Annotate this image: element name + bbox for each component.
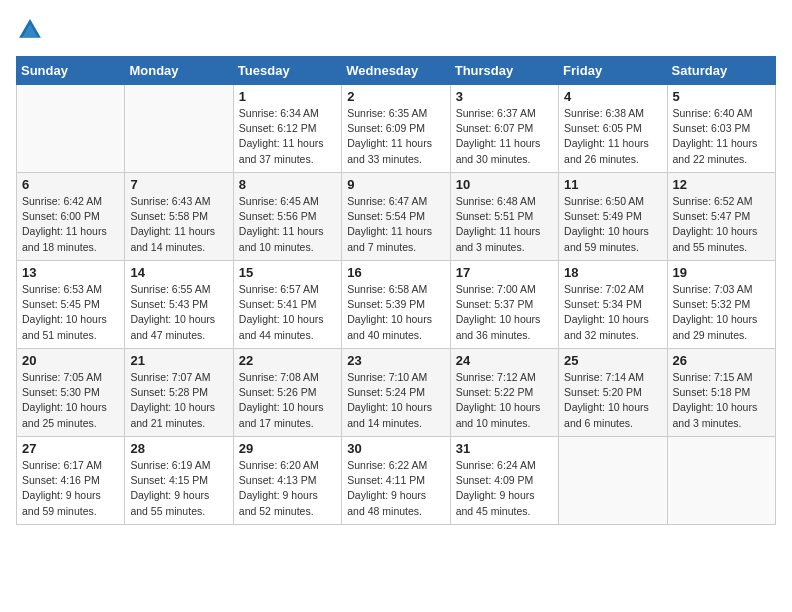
day-number: 26: [673, 353, 770, 368]
day-number: 8: [239, 177, 336, 192]
day-number: 6: [22, 177, 119, 192]
day-content: Sunrise: 6:52 AMSunset: 5:47 PMDaylight:…: [673, 194, 770, 255]
calendar-table: SundayMondayTuesdayWednesdayThursdayFrid…: [16, 56, 776, 525]
day-content: Sunrise: 6:20 AMSunset: 4:13 PMDaylight:…: [239, 458, 336, 519]
calendar-cell: 12Sunrise: 6:52 AMSunset: 5:47 PMDayligh…: [667, 173, 775, 261]
page-header: [16, 16, 776, 44]
day-number: 29: [239, 441, 336, 456]
day-content: Sunrise: 6:50 AMSunset: 5:49 PMDaylight:…: [564, 194, 661, 255]
day-number: 17: [456, 265, 553, 280]
day-number: 7: [130, 177, 227, 192]
day-content: Sunrise: 6:57 AMSunset: 5:41 PMDaylight:…: [239, 282, 336, 343]
day-number: 11: [564, 177, 661, 192]
calendar-cell: 2Sunrise: 6:35 AMSunset: 6:09 PMDaylight…: [342, 85, 450, 173]
day-content: Sunrise: 7:14 AMSunset: 5:20 PMDaylight:…: [564, 370, 661, 431]
day-number: 22: [239, 353, 336, 368]
calendar-cell: 14Sunrise: 6:55 AMSunset: 5:43 PMDayligh…: [125, 261, 233, 349]
calendar-cell: 25Sunrise: 7:14 AMSunset: 5:20 PMDayligh…: [559, 349, 667, 437]
calendar-cell: 31Sunrise: 6:24 AMSunset: 4:09 PMDayligh…: [450, 437, 558, 525]
day-number: 9: [347, 177, 444, 192]
day-number: 5: [673, 89, 770, 104]
day-content: Sunrise: 6:45 AMSunset: 5:56 PMDaylight:…: [239, 194, 336, 255]
calendar-cell: 10Sunrise: 6:48 AMSunset: 5:51 PMDayligh…: [450, 173, 558, 261]
calendar-cell: [559, 437, 667, 525]
calendar-cell: 17Sunrise: 7:00 AMSunset: 5:37 PMDayligh…: [450, 261, 558, 349]
calendar-cell: 29Sunrise: 6:20 AMSunset: 4:13 PMDayligh…: [233, 437, 341, 525]
day-content: Sunrise: 7:03 AMSunset: 5:32 PMDaylight:…: [673, 282, 770, 343]
calendar-cell: 18Sunrise: 7:02 AMSunset: 5:34 PMDayligh…: [559, 261, 667, 349]
calendar-cell: 7Sunrise: 6:43 AMSunset: 5:58 PMDaylight…: [125, 173, 233, 261]
calendar-cell: 21Sunrise: 7:07 AMSunset: 5:28 PMDayligh…: [125, 349, 233, 437]
calendar-cell: 1Sunrise: 6:34 AMSunset: 6:12 PMDaylight…: [233, 85, 341, 173]
day-number: 30: [347, 441, 444, 456]
day-content: Sunrise: 6:37 AMSunset: 6:07 PMDaylight:…: [456, 106, 553, 167]
day-content: Sunrise: 7:00 AMSunset: 5:37 PMDaylight:…: [456, 282, 553, 343]
week-row-5: 27Sunrise: 6:17 AMSunset: 4:16 PMDayligh…: [17, 437, 776, 525]
day-number: 15: [239, 265, 336, 280]
day-content: Sunrise: 6:35 AMSunset: 6:09 PMDaylight:…: [347, 106, 444, 167]
day-content: Sunrise: 6:47 AMSunset: 5:54 PMDaylight:…: [347, 194, 444, 255]
header-day-thursday: Thursday: [450, 57, 558, 85]
day-number: 3: [456, 89, 553, 104]
calendar-cell: [17, 85, 125, 173]
calendar-cell: 28Sunrise: 6:19 AMSunset: 4:15 PMDayligh…: [125, 437, 233, 525]
calendar-cell: 8Sunrise: 6:45 AMSunset: 5:56 PMDaylight…: [233, 173, 341, 261]
header-day-saturday: Saturday: [667, 57, 775, 85]
header-day-wednesday: Wednesday: [342, 57, 450, 85]
day-content: Sunrise: 6:24 AMSunset: 4:09 PMDaylight:…: [456, 458, 553, 519]
logo: [16, 16, 48, 44]
calendar-cell: 27Sunrise: 6:17 AMSunset: 4:16 PMDayligh…: [17, 437, 125, 525]
calendar-cell: 15Sunrise: 6:57 AMSunset: 5:41 PMDayligh…: [233, 261, 341, 349]
day-content: Sunrise: 7:07 AMSunset: 5:28 PMDaylight:…: [130, 370, 227, 431]
week-row-3: 13Sunrise: 6:53 AMSunset: 5:45 PMDayligh…: [17, 261, 776, 349]
calendar-cell: 11Sunrise: 6:50 AMSunset: 5:49 PMDayligh…: [559, 173, 667, 261]
day-content: Sunrise: 7:10 AMSunset: 5:24 PMDaylight:…: [347, 370, 444, 431]
calendar-cell: 6Sunrise: 6:42 AMSunset: 6:00 PMDaylight…: [17, 173, 125, 261]
day-number: 1: [239, 89, 336, 104]
day-number: 25: [564, 353, 661, 368]
header-day-tuesday: Tuesday: [233, 57, 341, 85]
week-row-4: 20Sunrise: 7:05 AMSunset: 5:30 PMDayligh…: [17, 349, 776, 437]
header-day-monday: Monday: [125, 57, 233, 85]
day-content: Sunrise: 6:53 AMSunset: 5:45 PMDaylight:…: [22, 282, 119, 343]
day-content: Sunrise: 7:15 AMSunset: 5:18 PMDaylight:…: [673, 370, 770, 431]
day-content: Sunrise: 6:48 AMSunset: 5:51 PMDaylight:…: [456, 194, 553, 255]
day-number: 12: [673, 177, 770, 192]
day-number: 18: [564, 265, 661, 280]
calendar-cell: 5Sunrise: 6:40 AMSunset: 6:03 PMDaylight…: [667, 85, 775, 173]
calendar-cell: 30Sunrise: 6:22 AMSunset: 4:11 PMDayligh…: [342, 437, 450, 525]
calendar-cell: 13Sunrise: 6:53 AMSunset: 5:45 PMDayligh…: [17, 261, 125, 349]
calendar-cell: 20Sunrise: 7:05 AMSunset: 5:30 PMDayligh…: [17, 349, 125, 437]
calendar-header: SundayMondayTuesdayWednesdayThursdayFrid…: [17, 57, 776, 85]
day-content: Sunrise: 6:42 AMSunset: 6:00 PMDaylight:…: [22, 194, 119, 255]
day-number: 24: [456, 353, 553, 368]
day-content: Sunrise: 6:55 AMSunset: 5:43 PMDaylight:…: [130, 282, 227, 343]
calendar-cell: 23Sunrise: 7:10 AMSunset: 5:24 PMDayligh…: [342, 349, 450, 437]
day-number: 4: [564, 89, 661, 104]
calendar-cell: 24Sunrise: 7:12 AMSunset: 5:22 PMDayligh…: [450, 349, 558, 437]
calendar-cell: [667, 437, 775, 525]
day-number: 27: [22, 441, 119, 456]
calendar-cell: 26Sunrise: 7:15 AMSunset: 5:18 PMDayligh…: [667, 349, 775, 437]
day-content: Sunrise: 7:02 AMSunset: 5:34 PMDaylight:…: [564, 282, 661, 343]
day-number: 14: [130, 265, 227, 280]
day-content: Sunrise: 7:12 AMSunset: 5:22 PMDaylight:…: [456, 370, 553, 431]
day-number: 13: [22, 265, 119, 280]
header-day-friday: Friday: [559, 57, 667, 85]
day-content: Sunrise: 6:34 AMSunset: 6:12 PMDaylight:…: [239, 106, 336, 167]
day-content: Sunrise: 6:40 AMSunset: 6:03 PMDaylight:…: [673, 106, 770, 167]
calendar-cell: 4Sunrise: 6:38 AMSunset: 6:05 PMDaylight…: [559, 85, 667, 173]
day-content: Sunrise: 7:08 AMSunset: 5:26 PMDaylight:…: [239, 370, 336, 431]
calendar-cell: 9Sunrise: 6:47 AMSunset: 5:54 PMDaylight…: [342, 173, 450, 261]
day-number: 31: [456, 441, 553, 456]
calendar-body: 1Sunrise: 6:34 AMSunset: 6:12 PMDaylight…: [17, 85, 776, 525]
day-content: Sunrise: 6:17 AMSunset: 4:16 PMDaylight:…: [22, 458, 119, 519]
logo-icon: [16, 16, 44, 44]
day-content: Sunrise: 6:38 AMSunset: 6:05 PMDaylight:…: [564, 106, 661, 167]
day-number: 10: [456, 177, 553, 192]
day-content: Sunrise: 7:05 AMSunset: 5:30 PMDaylight:…: [22, 370, 119, 431]
day-number: 20: [22, 353, 119, 368]
calendar-cell: 16Sunrise: 6:58 AMSunset: 5:39 PMDayligh…: [342, 261, 450, 349]
calendar-cell: 19Sunrise: 7:03 AMSunset: 5:32 PMDayligh…: [667, 261, 775, 349]
header-row: SundayMondayTuesdayWednesdayThursdayFrid…: [17, 57, 776, 85]
